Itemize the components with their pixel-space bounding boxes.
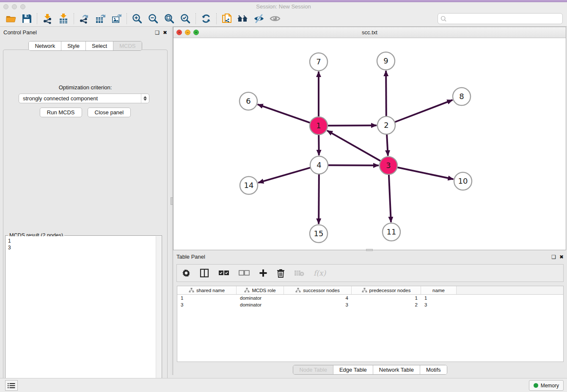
graph-node-10[interactable]: 10: [454, 172, 472, 190]
delete-column-trash-icon[interactable]: [277, 269, 285, 278]
toolbar-separator: [74, 13, 74, 24]
float-table-panel-icon[interactable]: [551, 253, 556, 260]
table-row[interactable]: 3dominator323: [177, 301, 563, 308]
close-panel-icon[interactable]: [163, 28, 167, 36]
svg-text:11: 11: [387, 227, 396, 236]
show-column-panel-icon[interactable]: [200, 268, 209, 278]
table-cell[interactable]: 3: [421, 302, 457, 307]
column-header-successor-nodes[interactable]: successor nodes: [284, 286, 352, 294]
tab-style[interactable]: Style: [61, 41, 85, 50]
run-mcds-button[interactable]: Run MCDS: [40, 108, 82, 117]
graph-edge-4-3[interactable]: [328, 165, 379, 166]
horizontal-splitter-grip[interactable]: [366, 249, 373, 251]
close-table-panel-icon[interactable]: [559, 253, 564, 260]
column-type-icon: [295, 288, 301, 293]
graph-edge-4-14[interactable]: [258, 168, 311, 183]
column-header-name[interactable]: name: [421, 286, 457, 294]
toolbar-separator: [37, 13, 37, 24]
table-cell[interactable]: dominator: [237, 302, 284, 307]
tab-mcds[interactable]: MCDS: [113, 41, 141, 50]
graph-node-14[interactable]: 14: [240, 177, 258, 194]
graph-node-15[interactable]: 15: [310, 225, 328, 243]
column-header-MCDS-role[interactable]: MCDS role: [237, 286, 284, 294]
graph-node-1[interactable]: 1: [310, 117, 328, 135]
graph-edge-2-9[interactable]: [386, 71, 386, 116]
column-type-icon: [244, 288, 250, 293]
export-image-icon[interactable]: [108, 12, 124, 25]
create-column-plus-icon[interactable]: [259, 269, 267, 277]
criterion-dropdown[interactable]: strongly connected component: [19, 94, 149, 103]
graph-edge-2-3[interactable]: [387, 134, 388, 156]
zoom-in-icon[interactable]: [129, 12, 145, 25]
network-graph-canvas[interactable]: 7968124314101511: [173, 38, 566, 250]
graph-node-3[interactable]: 3: [380, 157, 397, 174]
copy-share-icon[interactable]: [219, 12, 235, 25]
close-panel-button[interactable]: Close panel: [88, 108, 131, 117]
select-all-columns-icon[interactable]: [218, 270, 229, 276]
graph-node-8[interactable]: 8: [453, 88, 471, 105]
node-table[interactable]: shared nameMCDS rolesuccessor nodesprede…: [177, 286, 564, 362]
task-history-button[interactable]: [5, 380, 18, 391]
graph-edge-2-8[interactable]: [395, 100, 453, 122]
float-panel-icon[interactable]: [155, 28, 160, 36]
graph-node-7[interactable]: 7: [310, 53, 328, 71]
zoom-fit-icon[interactable]: [161, 12, 177, 25]
show-all-icon[interactable]: [267, 12, 283, 25]
table-cell[interactable]: 2: [352, 302, 421, 307]
import-table-icon[interactable]: [55, 12, 72, 25]
export-table-icon[interactable]: [92, 12, 108, 25]
network-window-titlebar[interactable]: scc.txt: [173, 27, 566, 38]
save-icon[interactable]: [19, 12, 35, 25]
column-type-icon: [189, 288, 194, 293]
graph-node-9[interactable]: 9: [377, 52, 395, 70]
table-row[interactable]: 1dominator411: [177, 295, 563, 301]
graph-edge-3-1[interactable]: [327, 130, 381, 161]
table-cell[interactable]: 1: [352, 295, 421, 301]
table-panel-titlebar: Table Panel: [173, 251, 567, 262]
zoom-selected-icon[interactable]: [177, 12, 193, 25]
graph-edge-3-10[interactable]: [397, 167, 454, 179]
unselect-all-columns-icon[interactable]: [239, 270, 250, 276]
table-cell[interactable]: dominator: [237, 295, 284, 301]
mcds-result-text[interactable]: 1 3: [6, 236, 156, 392]
table-settings-gear-icon[interactable]: [182, 269, 190, 277]
svg-text:15: 15: [314, 229, 324, 238]
graph-node-4[interactable]: 4: [310, 156, 328, 174]
table-tab-motifs[interactable]: Motifs: [420, 365, 447, 374]
refresh-icon[interactable]: [198, 12, 214, 25]
graph-edge-3-11[interactable]: [389, 174, 391, 222]
table-cell[interactable]: 1: [177, 295, 237, 301]
search-icon: [440, 16, 447, 22]
table-tab-edge-table[interactable]: Edge Table: [333, 365, 373, 374]
hide-selected-icon[interactable]: [251, 12, 267, 25]
open-folder-icon[interactable]: [3, 12, 19, 25]
export-network-icon[interactable]: [76, 12, 92, 25]
graph-node-2[interactable]: 2: [377, 116, 395, 134]
graph-edge-4-15[interactable]: [319, 174, 319, 224]
table-cell[interactable]: 1: [421, 295, 457, 301]
column-header-shared-name[interactable]: shared name: [177, 286, 237, 294]
table-cell[interactable]: 3: [177, 302, 237, 307]
graph-node-6[interactable]: 6: [239, 92, 257, 110]
memory-button[interactable]: Memory: [529, 380, 564, 391]
control-panel: Control Panel NetworkStyleSelectMCDS Opt…: [0, 27, 171, 375]
result-scrollbar[interactable]: [156, 236, 161, 392]
search-input[interactable]: [447, 14, 562, 23]
column-header-predecessor-nodes[interactable]: predecessor nodes: [352, 286, 421, 294]
table-cell[interactable]: 3: [284, 302, 352, 307]
table-cell[interactable]: 4: [284, 295, 352, 301]
graph-edge-1-6[interactable]: [258, 105, 310, 123]
tab-select[interactable]: Select: [85, 41, 113, 50]
home-neighbors-icon[interactable]: [235, 12, 251, 25]
search-field[interactable]: [438, 13, 563, 24]
import-network-icon[interactable]: [39, 12, 55, 25]
zoom-out-icon[interactable]: [145, 12, 161, 25]
graph-node-11[interactable]: 11: [383, 223, 400, 241]
table-tab-node-table[interactable]: Node Table: [293, 365, 333, 374]
table-tab-network-table[interactable]: Network Table: [373, 365, 420, 374]
tab-network[interactable]: Network: [29, 41, 61, 50]
network-view-window: scc.txt 7968124314101511: [173, 27, 566, 250]
graph-edge-1-2[interactable]: [328, 125, 377, 126]
toolbar-separator: [195, 13, 196, 24]
graph-edge-1-4[interactable]: [319, 135, 319, 155]
